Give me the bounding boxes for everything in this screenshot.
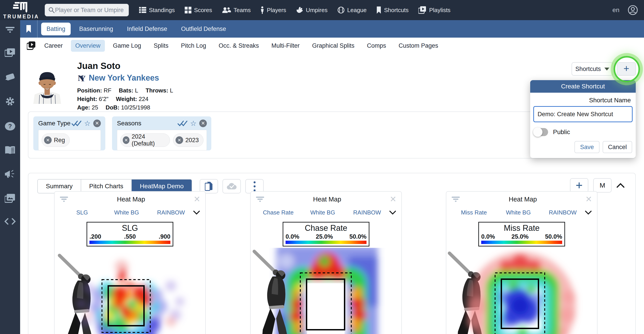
chip-label: 2024 (Default): [132, 133, 165, 147]
global-search[interactable]: [45, 4, 129, 16]
remove-chip-icon[interactable]: ✕: [176, 136, 183, 144]
filter-chip[interactable]: ✕ 2023: [173, 133, 204, 147]
public-toggle-row: Public: [534, 128, 636, 136]
sidebar-announcements-icon[interactable]: [4, 170, 16, 179]
card-options-dropdown[interactable]: Chase Rate White BG RAINBOW: [251, 203, 402, 216]
sidebar-settings-gear-icon[interactable]: [5, 96, 15, 107]
shortcut-name-input[interactable]: [538, 111, 628, 118]
league-baseball-icon: [338, 7, 344, 14]
clear-filter-icon[interactable]: ✕: [93, 120, 101, 127]
add-shortcut-button[interactable]: +: [617, 62, 636, 76]
shortcuts-button-label: Shortcuts: [575, 66, 601, 73]
public-toggle[interactable]: [534, 128, 548, 136]
scale-max: 50.0%: [545, 233, 562, 240]
tab-custom-pages[interactable]: Custom Pages: [394, 40, 442, 52]
size-m-button[interactable]: M: [593, 178, 612, 193]
sidebar-glossary-book-icon[interactable]: [4, 146, 16, 154]
tab-pitch-log[interactable]: Pitch Log: [176, 40, 211, 52]
trumedia-logo[interactable]: TRUMEDIA: [0, 0, 42, 20]
tab-batting[interactable]: Batting: [41, 23, 71, 35]
tab-career[interactable]: Career: [40, 40, 67, 52]
nav-label: Players: [267, 7, 286, 14]
sidebar-video-playlist-icon[interactable]: [5, 48, 16, 57]
card-filter-icon[interactable]: [256, 196, 264, 202]
bg-option[interactable]: White BG: [300, 209, 345, 216]
metric-option[interactable]: SLG: [60, 209, 104, 216]
heatmap-plot-slg: [54, 248, 205, 334]
filter-chip[interactable]: ✕ 2024 (Default): [120, 133, 170, 147]
nav-players[interactable]: Players: [260, 6, 286, 14]
scale-title: Chase Rate: [286, 223, 366, 233]
select-all-icon[interactable]: [178, 120, 188, 127]
tab-infield-defense[interactable]: Infield Defense: [122, 23, 173, 35]
nav-umpires[interactable]: Umpires: [296, 7, 328, 14]
palette-option[interactable]: RAINBOW: [149, 209, 193, 216]
cloud-sync-button[interactable]: [222, 179, 241, 193]
close-card-icon[interactable]: ✕: [390, 195, 396, 203]
card-options-dropdown[interactable]: SLG White BG RAINBOW: [54, 203, 205, 216]
card-options-dropdown[interactable]: Miss Rate White BG RAINBOW: [446, 203, 597, 216]
metric-option[interactable]: Chase Rate: [256, 209, 300, 216]
account-icon[interactable]: [628, 5, 638, 16]
tab-comps[interactable]: Comps: [362, 40, 391, 52]
search-input[interactable]: [55, 7, 126, 14]
scale-min: 0.0%: [481, 233, 495, 240]
tab-pitch-charts[interactable]: Pitch Charts: [81, 180, 132, 193]
cloud-check-icon: [227, 183, 236, 190]
favorite-star-icon[interactable]: ☆: [190, 120, 196, 127]
remove-chip-icon[interactable]: ✕: [44, 136, 52, 144]
close-card-icon[interactable]: ✕: [194, 195, 200, 203]
palette-option[interactable]: RAINBOW: [540, 209, 585, 216]
sidebar-cards-icon[interactable]: [4, 72, 16, 81]
sidebar-help-icon[interactable]: ?: [5, 122, 16, 131]
nav-scores[interactable]: Scores: [185, 7, 212, 14]
nav-teams[interactable]: Teams: [222, 7, 251, 14]
tab-heatmap-demo[interactable]: HeatMap Demo: [131, 180, 192, 193]
standings-icon: [139, 7, 146, 14]
sidebar-filter-icon[interactable]: [5, 27, 15, 33]
close-card-icon[interactable]: ✕: [586, 195, 592, 203]
rainbow-gradient-bar: [481, 241, 562, 244]
player-detail-line3: Age: 25 DoB: 10/25/1998: [77, 103, 173, 112]
shortcuts-dropdown-button[interactable]: Shortcuts: [572, 62, 613, 76]
team-link[interactable]: New York Yankees: [89, 73, 159, 83]
favorite-star-icon[interactable]: ☆: [84, 120, 90, 127]
language-selector[interactable]: en: [612, 7, 620, 14]
playlist-page-icon[interactable]: [27, 42, 36, 50]
tab-multi-filter[interactable]: Multi-Filter: [267, 40, 304, 52]
game-type-values[interactable]: ✕ Reg: [38, 130, 101, 150]
tab-summary[interactable]: Summary: [38, 180, 81, 193]
metric-option[interactable]: Miss Rate: [452, 209, 496, 216]
save-button[interactable]: Save: [574, 141, 600, 153]
seasons-values[interactable]: ✕ 2024 (Default) ✕ 2023: [117, 130, 207, 150]
nav-standings[interactable]: Standings: [139, 7, 175, 14]
add-module-button[interactable]: [570, 178, 588, 193]
bg-option[interactable]: White BG: [496, 209, 541, 216]
clear-filter-icon[interactable]: ✕: [199, 120, 207, 127]
filter-chip[interactable]: ✕ Reg: [42, 133, 70, 147]
tab-outfield-defense[interactable]: Outfield Defense: [176, 23, 232, 35]
bg-option[interactable]: White BG: [104, 209, 149, 216]
select-all-icon[interactable]: [72, 120, 82, 127]
nav-league[interactable]: League: [338, 7, 367, 14]
sidebar-code-icon[interactable]: [4, 218, 16, 225]
collapse-chevron-icon[interactable]: [616, 183, 624, 188]
remove-chip-icon[interactable]: ✕: [123, 136, 130, 144]
tab-overview[interactable]: Overview: [71, 40, 105, 52]
nav-shortcuts[interactable]: Shortcuts: [376, 7, 408, 14]
card-filter-icon[interactable]: [451, 196, 460, 202]
scale-mid: 25.0%: [512, 233, 528, 240]
palette-option[interactable]: RAINBOW: [345, 209, 389, 216]
tab-splits[interactable]: Splits: [149, 40, 173, 52]
tab-baserunning[interactable]: Baserunning: [74, 23, 118, 35]
card-filter-icon[interactable]: [60, 196, 68, 202]
bookmark-icon[interactable]: [26, 25, 31, 33]
top-navbar: TRUMEDIA Standings: [0, 0, 644, 20]
nav-playlists[interactable]: Playlists: [418, 6, 450, 14]
cancel-button[interactable]: Cancel: [603, 141, 632, 153]
tab-graphical-splits[interactable]: Graphical Splits: [308, 40, 359, 52]
shortcuts-bookmark-icon: [376, 7, 381, 14]
tab-game-log[interactable]: Game Log: [108, 40, 146, 52]
tab-occ-streaks[interactable]: Occ. & Streaks: [214, 40, 264, 52]
sidebar-gallery-icon[interactable]: [5, 194, 16, 203]
